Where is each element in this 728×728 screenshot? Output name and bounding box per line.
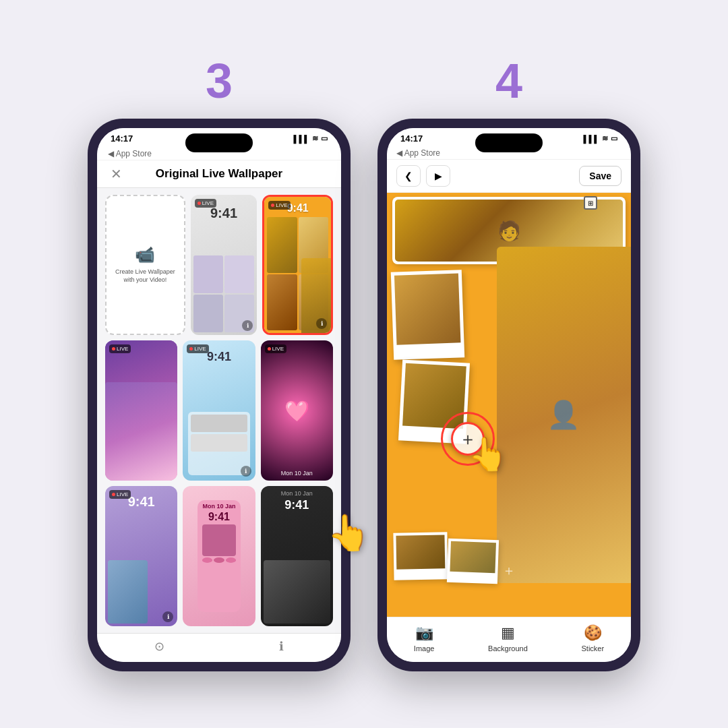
editor-toolbar: 📷 Image ▦ Background 🍪 Sticker [387, 617, 631, 662]
wallpaper-item-scrapbook-light[interactable]: LIVE 9:41 ℹ [191, 195, 257, 335]
create-wallpaper-card[interactable]: 📹 Create Live Wallpaper with your Video! [105, 195, 185, 335]
image-icon: 📷 [415, 624, 433, 642]
phone-3-screen: 14:17 ▌▌▌ ≋ ▭ ◀ App Store ✕ Original Liv… [97, 128, 341, 662]
signal-icon-4: ▌▌▌ [584, 135, 599, 143]
back-label-4: ◀ App Store [396, 148, 440, 158]
background-label: Background [488, 644, 528, 653]
live-badge-6: LIVE [265, 344, 286, 353]
date-pink: Mon 10 Jan [202, 503, 235, 510]
phone-3-bottom: ⊙ ℹ [97, 633, 341, 662]
date-text: Mon 10 Jan [281, 470, 313, 477]
polaroid-b1-content [396, 535, 445, 569]
clock-7: 9:41 [128, 494, 155, 510]
polaroid-1-content [394, 273, 461, 344]
sticker-label: Sticker [582, 644, 605, 653]
toolbar-sticker[interactable]: 🍪 Sticker [582, 624, 605, 653]
app-header-3: ✕ Original Live Wallpaper [97, 160, 341, 188]
polaroid-bottom-1 [393, 532, 448, 580]
hand-cursor-4: 👆 [468, 435, 508, 473]
clock-pink: 9:41 [208, 511, 230, 523]
info-icon-5: ℹ [241, 466, 251, 477]
status-time-3: 14:17 [111, 133, 133, 144]
phone-3: 14:17 ▌▌▌ ≋ ▭ ◀ App Store ✕ Original Liv… [88, 119, 351, 671]
clock-5: 9:41 [207, 350, 231, 364]
polaroid-2-content [402, 363, 466, 429]
editor-nav-left: ❮ ▶ [396, 165, 450, 187]
status-time-4: 14:17 [400, 133, 423, 144]
right-character-panel: 👤 [497, 247, 631, 583]
bottom-icon-camera: ⊙ [154, 639, 164, 654]
wallpaper-light-scrapbook2[interactable]: LIVE 9:41 ℹ [183, 340, 255, 481]
heart-icon: 🩷 [284, 399, 309, 423]
battery-icon-4: ▭ [611, 134, 617, 143]
live-badge-7: LIVE [109, 490, 131, 499]
info-icon-3: ℹ [316, 318, 327, 329]
plus-bottom: ＋ [502, 562, 516, 580]
background-icon: ▦ [501, 624, 515, 642]
close-button-3[interactable]: ✕ [111, 166, 122, 182]
wifi-icon-4: ≋ [602, 134, 608, 143]
screen-title-3: Original Live Wallpaper [156, 167, 282, 181]
right-char-placeholder: 👤 [547, 399, 580, 431]
status-bar-3: 14:17 ▌▌▌ ≋ ▭ [97, 128, 341, 146]
wallpaper-clock-scrapbook[interactable]: LIVE 9:41 ℹ [105, 486, 177, 626]
image-label: Image [414, 644, 435, 653]
dynamic-island-3 [185, 133, 253, 152]
play-button[interactable]: ▶ [426, 165, 450, 187]
right-char-inner: 👤 [497, 247, 631, 583]
phone-4: 14:17 ▌▌▌ ≋ ▭ ◀ App Store ❮ [377, 119, 640, 671]
step-4-number: 4 [495, 57, 522, 105]
top-photo-placeholder: 🧑 [497, 220, 521, 242]
clock-dark: 9:41 [284, 498, 309, 512]
step-4: 4 14:17 ▌▌▌ ≋ ▭ ◀ App Store [377, 57, 640, 671]
grid-row-1: 📹 Create Live Wallpaper with your Video!… [105, 195, 333, 335]
back-label-3: ◀ App Store [108, 149, 152, 158]
wallpaper-pink-game[interactable]: Mon 10 Jan 9:41 [183, 486, 255, 626]
wallpaper-dark-phone[interactable]: Mon 10 Jan 9:41 [261, 486, 333, 626]
polaroid-b2-content [450, 541, 496, 573]
step-3-number: 3 [206, 57, 233, 105]
live-badge-1: LIVE [195, 199, 216, 208]
editor-canvas[interactable]: 🧑 ⊞ 👤 [387, 193, 631, 617]
date-dark: Mon 10 Jan [281, 490, 313, 497]
create-label: Create Live Wallpaper with your Video! [112, 268, 179, 284]
bottom-icon-info: ℹ [279, 639, 284, 654]
wallpaper-grid: 📹 Create Live Wallpaper with your Video!… [97, 188, 341, 633]
phone-4-screen: 14:17 ▌▌▌ ≋ ▭ ◀ App Store ❮ [387, 128, 631, 662]
polaroid-bottom-2 [447, 539, 499, 584]
selection-handle-top[interactable]: ⊞ [584, 196, 597, 210]
wallpaper-dark-heart[interactable]: LIVE 🩷 Mon 10 Jan [261, 340, 333, 481]
wifi-icon-3: ≋ [312, 134, 318, 143]
main-container: 3 14:17 ▌▌▌ ≋ ▭ ◀ App Store [61, 30, 667, 698]
sticker-icon: 🍪 [584, 624, 602, 642]
status-icons-3: ▌▌▌ ≋ ▭ [294, 134, 328, 143]
clock-2: 9:41 [210, 206, 237, 221]
polaroid-left-1 [391, 270, 464, 360]
step-3: 3 14:17 ▌▌▌ ≋ ▭ ◀ App Store [88, 57, 351, 671]
save-button[interactable]: Save [579, 166, 621, 186]
editor-header-4: ❮ ▶ Save [387, 160, 631, 193]
live-badge-5: LIVE [187, 344, 208, 353]
dynamic-island-4 [475, 133, 543, 152]
toolbar-image[interactable]: 📷 Image [414, 624, 435, 653]
grid-row-3: LIVE 9:41 ℹ [105, 486, 333, 626]
grid-row-2: LIVE LIVE 9:41 [105, 340, 333, 481]
toolbar-background[interactable]: ▦ Background [488, 624, 528, 653]
battery-icon-3: ▭ [321, 134, 328, 143]
video-icon: 📹 [135, 245, 155, 264]
play-icon: ▶ [435, 171, 442, 181]
wallpaper-item-selected[interactable]: LIVE 9:41 ℹ [262, 195, 333, 335]
wallpaper-anime-colorful[interactable]: LIVE [105, 340, 177, 481]
back-editor-icon: ❮ [404, 171, 413, 181]
live-badge-3: LIVE [268, 201, 290, 210]
back-editor-button[interactable]: ❮ [396, 165, 421, 187]
live-badge-4: LIVE [109, 344, 131, 353]
signal-icon-3: ▌▌▌ [294, 135, 309, 143]
status-icons-4: ▌▌▌ ≋ ▭ [584, 134, 617, 143]
status-bar-4: 14:17 ▌▌▌ ≋ ▭ [387, 128, 631, 146]
